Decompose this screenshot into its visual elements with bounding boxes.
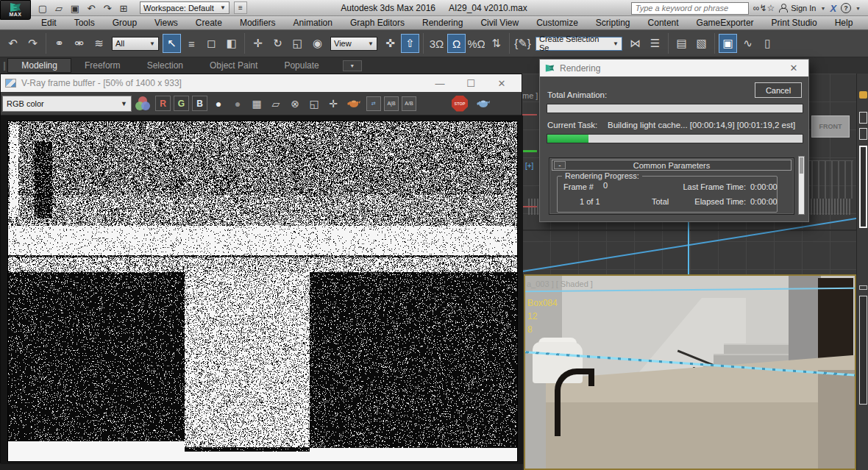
- undo-scene-icon[interactable]: ↶: [4, 34, 22, 53]
- alpha-channel-icon[interactable]: ●: [210, 96, 227, 112]
- angle-snap-icon[interactable]: Ω: [447, 34, 466, 53]
- stop-render-button[interactable]: STOP: [452, 96, 468, 112]
- menu-gameexporter[interactable]: GameExporter: [688, 16, 763, 29]
- favorites-star-icon[interactable]: ☆: [766, 3, 775, 13]
- ab-vertical-icon[interactable]: A/B: [402, 96, 416, 111]
- ribbon-grip[interactable]: ||: [3, 60, 4, 71]
- duplicate-to-host-icon[interactable]: ◱: [306, 96, 322, 112]
- rectangular-selection-region-icon[interactable]: ◻: [202, 34, 221, 53]
- rollout-stub[interactable]: [859, 146, 867, 228]
- save-image-icon[interactable]: ▦: [249, 96, 265, 112]
- menu-help[interactable]: Help: [826, 16, 862, 29]
- menu-rendering[interactable]: Rendering: [413, 16, 472, 29]
- tab-selection[interactable]: Selection: [134, 59, 196, 72]
- graphite-ribbon-toggle-icon[interactable]: ▧: [692, 34, 711, 53]
- workspace-dropdown[interactable]: Workspace: Default ▼: [140, 1, 230, 14]
- menu-group[interactable]: Group: [104, 16, 146, 29]
- toolbar-overflow-button[interactable]: ≡: [234, 1, 247, 14]
- tab-modeling[interactable]: Modeling: [7, 58, 71, 73]
- red-channel-button[interactable]: R: [155, 96, 171, 111]
- named-selection-sets-dropdown[interactable]: Create Selection Se ▼: [536, 37, 622, 51]
- command-panel-edge[interactable]: [856, 74, 868, 470]
- rollout-stub[interactable]: [859, 296, 867, 405]
- menu-scripting[interactable]: Scripting: [587, 16, 639, 29]
- exchange-apps-icon[interactable]: X: [830, 3, 836, 14]
- redo-icon[interactable]: ↷: [100, 1, 115, 15]
- rollout-stub[interactable]: [859, 128, 867, 140]
- collapse-button[interactable]: -: [554, 161, 566, 169]
- rgb-channels-icon[interactable]: [135, 96, 151, 112]
- help-icon[interactable]: ?: [841, 3, 851, 13]
- application-menu-button[interactable]: MAX: [0, 0, 31, 20]
- select-and-link-icon[interactable]: ⚭: [50, 34, 68, 53]
- menu-graph-editors[interactable]: Graph Editors: [341, 16, 413, 29]
- window-crossing-icon[interactable]: ◧: [222, 34, 241, 53]
- sign-in-button[interactable]: Sign In: [791, 4, 816, 13]
- undo-icon[interactable]: ↶: [84, 1, 99, 15]
- viewport-pov-label[interactable]: [+]: [525, 162, 533, 170]
- chevron-down-icon[interactable]: ▼: [855, 6, 861, 11]
- menu-create[interactable]: Create: [187, 16, 231, 29]
- save-file-icon[interactable]: ▣: [68, 1, 82, 15]
- track-mouse-icon[interactable]: ✛: [325, 96, 341, 112]
- select-object-icon[interactable]: ↖: [163, 34, 181, 53]
- redo-scene-icon[interactable]: ↷: [24, 34, 42, 53]
- unlink-selection-icon[interactable]: ⚮: [70, 34, 88, 53]
- rendered-frame-window-icon[interactable]: ▣: [719, 34, 737, 53]
- channel-dropdown[interactable]: RGB color ▼: [2, 96, 132, 112]
- rollout-header[interactable]: - Common Parameters: [552, 160, 791, 171]
- monochrome-icon[interactable]: ●: [230, 96, 246, 112]
- menu-views[interactable]: Views: [146, 16, 187, 29]
- keyboard-override-icon[interactable]: ⇧: [401, 34, 419, 53]
- tab-object-paint[interactable]: Object Paint: [196, 59, 271, 72]
- render-setup-icon[interactable]: ▯: [758, 34, 777, 53]
- layer-explorer-icon[interactable]: ▤: [672, 34, 691, 53]
- green-channel-button[interactable]: G: [174, 96, 189, 111]
- project-folder-icon[interactable]: ⊞: [116, 1, 131, 15]
- viewport-label[interactable]: a_003 ] [ Shaded ]: [527, 279, 593, 288]
- menu-print-studio[interactable]: Print Studio: [763, 16, 826, 29]
- tab-freeform[interactable]: Freeform: [71, 59, 134, 72]
- viewport-label-partial[interactable]: me ]: [522, 91, 538, 100]
- chevron-down-icon[interactable]: ▼: [820, 6, 825, 11]
- open-file-icon[interactable]: ▱: [51, 1, 66, 15]
- compare-ab-icon[interactable]: ⇄: [366, 96, 381, 111]
- select-and-rotate-icon[interactable]: ↻: [268, 34, 287, 53]
- bind-to-space-warp-icon[interactable]: ≋: [90, 34, 108, 53]
- rollout-stub[interactable]: [859, 285, 867, 290]
- select-and-scale-icon[interactable]: ◱: [288, 34, 307, 53]
- align-icon[interactable]: ☰: [646, 34, 664, 53]
- tab-populate[interactable]: Populate: [271, 59, 332, 72]
- cancel-button[interactable]: Cancel: [755, 82, 802, 98]
- camera-viewport[interactable]: a_003 ] [ Shaded ] Box084 12 8: [524, 274, 856, 470]
- user-icon[interactable]: [779, 4, 786, 13]
- close-button[interactable]: ✕: [486, 74, 517, 92]
- maximize-button[interactable]: ☐: [455, 74, 486, 92]
- minimize-button[interactable]: —: [424, 74, 455, 92]
- select-by-name-icon[interactable]: ≡: [182, 34, 201, 53]
- menu-animation[interactable]: Animation: [285, 16, 341, 29]
- menu-tools[interactable]: Tools: [65, 16, 104, 29]
- render-last-icon[interactable]: [345, 96, 363, 112]
- close-icon[interactable]: ✕: [784, 63, 803, 74]
- new-file-icon[interactable]: ▢: [35, 1, 50, 15]
- ribbon-overflow-button[interactable]: ▾: [343, 60, 362, 71]
- clear-image-icon[interactable]: ⊗: [287, 96, 303, 112]
- select-and-move-icon[interactable]: ✛: [249, 34, 267, 53]
- menu-content[interactable]: Content: [639, 16, 688, 29]
- spinner-snap-icon[interactable]: ⇅: [487, 34, 505, 53]
- vfb-title-bar[interactable]: V-Ray frame buffer - [50% of 1400 x 933]…: [1, 74, 522, 92]
- reference-coordinate-dropdown[interactable]: View ▼: [330, 37, 377, 51]
- menu-customize[interactable]: Customize: [527, 16, 587, 29]
- use-pivot-center-icon[interactable]: ◉: [308, 34, 327, 53]
- selection-filter-dropdown[interactable]: All ▼: [112, 37, 159, 51]
- named-selection-sets-icon[interactable]: {✎}: [513, 34, 532, 53]
- menu-modifiers[interactable]: Modifiers: [231, 16, 285, 29]
- menu-civil-view[interactable]: Civil View: [472, 16, 527, 29]
- command-panel-icon[interactable]: [859, 91, 867, 99]
- mirror-icon[interactable]: ⋈: [626, 34, 644, 53]
- curve-editor-icon[interactable]: ∿: [739, 34, 757, 53]
- percent-snap-icon[interactable]: %Ω: [467, 34, 485, 53]
- knowledge-browse-icon[interactable]: ∞: [753, 3, 760, 13]
- menu-edit[interactable]: Edit: [32, 16, 65, 29]
